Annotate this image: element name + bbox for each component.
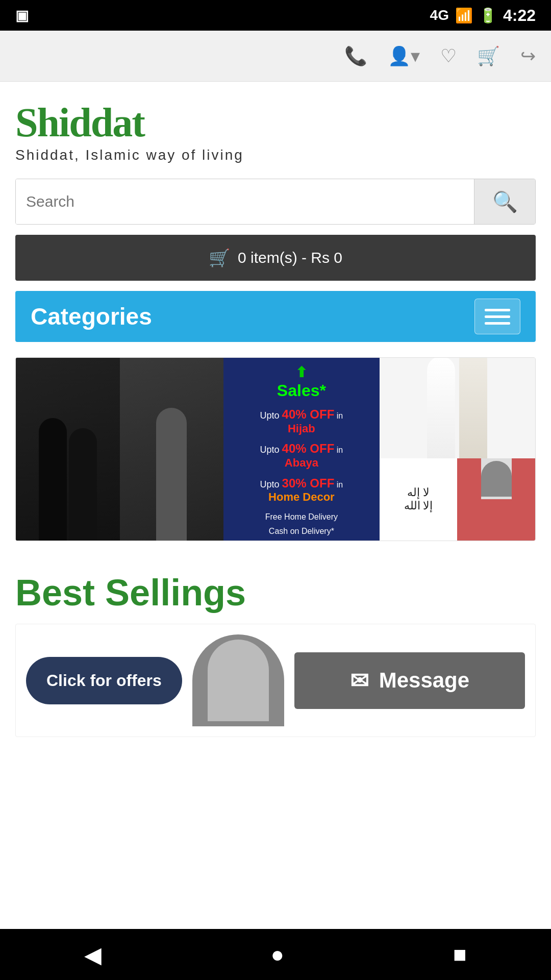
menu-line-3: [485, 322, 510, 325]
banner-right: لا إلهإلا الله: [380, 358, 535, 541]
abaya-image-1: [16, 358, 120, 541]
status-left: ▣: [15, 7, 29, 24]
signal-icon: 📶: [455, 7, 473, 24]
logo-text: Shiddat: [15, 102, 536, 143]
search-icon: 🔍: [492, 190, 518, 214]
banner-right-bottom: لا إلهإلا الله: [380, 458, 535, 541]
status-right: 4G 📶 🔋 4:22: [430, 6, 536, 25]
cart-bar[interactable]: 🛒 0 item(s) - Rs 0: [15, 235, 536, 281]
network-indicator: 4G: [430, 7, 449, 23]
heart-icon[interactable]: ♡: [440, 45, 457, 67]
logo-tagline: Shiddat, Islamic way of living: [15, 147, 536, 163]
offer-hijab: Upto 40% OFF in Hijab: [260, 407, 343, 435]
banner-section: ⬆ Sales* Upto 40% OFF in Hijab Upto 40% …: [16, 358, 535, 541]
phone-icon[interactable]: 📞: [344, 45, 367, 67]
payment-text: Cash on Delivery*: [269, 527, 334, 536]
arabic-calligraphy: لا إلهإلا الله: [380, 458, 458, 541]
sales-label: Sales*: [277, 381, 326, 400]
cart-bar-icon: 🛒: [209, 248, 230, 268]
abaya-image-2: [120, 358, 224, 541]
sales-logo: ⬆ Sales*: [277, 362, 326, 400]
product-face: [208, 640, 269, 721]
main-content: Shiddat Shiddat, Islamic way of living 🔍…: [0, 82, 551, 737]
share-icon[interactable]: ↪: [520, 45, 536, 67]
recent-button[interactable]: ■: [438, 937, 482, 972]
menu-line-2: [485, 315, 510, 318]
logo-area: Shiddat Shiddat, Islamic way of living: [15, 102, 536, 163]
bottom-nav: ◀ ● ■: [0, 929, 551, 980]
banner-container: ⬆ Sales* Upto 40% OFF in Hijab Upto 40% …: [15, 357, 536, 541]
categories-label: Categories: [31, 303, 152, 330]
home-button[interactable]: ●: [255, 937, 299, 972]
search-input[interactable]: [16, 179, 474, 224]
section-title: Best Sellings: [15, 572, 536, 614]
message-button[interactable]: ✉ Message: [294, 652, 525, 709]
search-button[interactable]: 🔍: [474, 179, 535, 224]
best-sellings-section: Best Sellings: [15, 572, 536, 614]
clock: 4:22: [503, 6, 536, 25]
sim-icon: ▣: [15, 7, 29, 24]
offers-button[interactable]: Click for offers: [26, 657, 182, 704]
user-icon[interactable]: 👤▾: [388, 45, 420, 67]
message-label: Message: [379, 668, 469, 693]
cart-icon[interactable]: 🛒: [477, 45, 500, 67]
cart-label: 0 item(s) - Rs 0: [238, 249, 342, 266]
status-bar: ▣ 4G 📶 🔋 4:22: [0, 0, 551, 31]
hijab-product: [457, 458, 535, 541]
search-container: 🔍: [15, 179, 536, 225]
banner-left: [16, 358, 223, 541]
offer-home-decor: Upto 30% OFF in Home Decor: [260, 476, 343, 504]
offer-abaya: Upto 40% OFF in Abaya: [260, 442, 343, 470]
action-bar: 📞 👤▾ ♡ 🛒 ↪: [0, 31, 551, 82]
kurta-image: [380, 358, 535, 458]
product-image: [192, 634, 284, 726]
product-cta-area: Click for offers ✉ Message: [15, 624, 536, 737]
banner-center: ⬆ Sales* Upto 40% OFF in Hijab Upto 40% …: [223, 358, 379, 541]
categories-bar[interactable]: Categories: [15, 291, 536, 342]
battery-icon: 🔋: [479, 7, 497, 24]
menu-line-1: [485, 309, 510, 311]
delivery-text: Free Home Delivery: [265, 512, 338, 522]
back-button[interactable]: ◀: [69, 937, 117, 973]
message-icon: ✉: [350, 668, 369, 694]
menu-button[interactable]: [474, 299, 520, 334]
